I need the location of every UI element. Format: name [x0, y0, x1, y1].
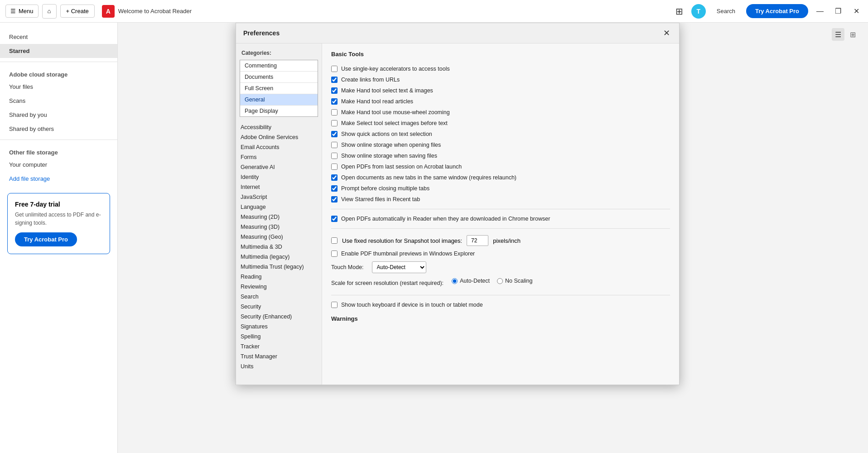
- create-button[interactable]: + Create: [60, 5, 95, 18]
- checkbox-snapshot-resolution[interactable]: [331, 237, 338, 244]
- label-prompt-close-tabs: Prompt before closing multiple tabs: [341, 185, 429, 192]
- checkbox-open-last-session[interactable]: [331, 164, 338, 170]
- separator-1: [331, 209, 670, 209]
- checkbox-prompt-close-tabs[interactable]: [331, 185, 338, 192]
- category-multimedia-3d[interactable]: Multimedia & 3D: [236, 242, 322, 252]
- category-documents[interactable]: Documents: [240, 72, 318, 83]
- dialog-close-button[interactable]: ✕: [661, 28, 672, 39]
- dialog-titlebar: Preferences ✕: [236, 23, 679, 43]
- sidebar-item-your-computer[interactable]: Your computer: [0, 158, 117, 172]
- category-accessibility[interactable]: Accessibility: [236, 122, 322, 132]
- checkbox-single-key[interactable]: [331, 66, 338, 72]
- checkbox-thumbnail-previews[interactable]: [331, 251, 338, 257]
- trial-card-button[interactable]: Try Acrobat Pro: [15, 232, 77, 246]
- checkbox-hand-tool-zoom[interactable]: [331, 109, 338, 116]
- home-icon: ⌂: [48, 8, 51, 14]
- radio-no-scaling-input[interactable]: [497, 278, 503, 284]
- sidebar-item-scans[interactable]: Scans: [0, 94, 117, 108]
- list-view-button[interactable]: ☰: [832, 28, 844, 41]
- warnings-label: Warnings: [331, 315, 670, 322]
- sidebar-item-shared-by-you[interactable]: Shared by you: [0, 108, 117, 122]
- label-hand-tool-articles: Make Hand tool read articles: [341, 98, 413, 105]
- category-measuring-3d[interactable]: Measuring (3D): [236, 222, 322, 232]
- category-spelling[interactable]: Spelling: [236, 332, 322, 342]
- app-window: ☰ Menu ⌂ + Create A Welcome to Acrobat R…: [0, 0, 868, 453]
- setting-row-5: Make Hand tool use mouse-wheel zooming: [331, 109, 670, 116]
- category-page-display[interactable]: Page Display: [240, 106, 318, 116]
- category-full-screen[interactable]: Full Screen: [240, 83, 318, 94]
- category-email-accounts[interactable]: Email Accounts: [236, 142, 322, 152]
- category-reviewing[interactable]: Reviewing: [236, 282, 322, 292]
- app-switcher-button[interactable]: ⊞: [673, 5, 686, 18]
- category-reading[interactable]: Reading: [236, 272, 322, 282]
- dialog-body: Categories: Commenting Documents Full Sc…: [236, 43, 679, 385]
- snapshot-resolution-input[interactable]: [467, 235, 488, 246]
- sidebar-item-starred[interactable]: Starred: [0, 44, 117, 58]
- checkbox-online-storage-save[interactable]: [331, 153, 338, 159]
- maximize-button[interactable]: ❐: [832, 5, 844, 18]
- category-measuring-geo[interactable]: Measuring (Geo): [236, 232, 322, 242]
- category-trust-manager[interactable]: Trust Manager: [236, 352, 322, 361]
- radio-no-scaling: No Scaling: [497, 278, 532, 284]
- grid-view-button[interactable]: ⊞: [846, 28, 859, 41]
- category-tracker[interactable]: Tracker: [236, 342, 322, 352]
- home-button[interactable]: ⌂: [42, 4, 57, 19]
- category-commenting[interactable]: Commenting: [240, 60, 318, 72]
- touch-mode-select[interactable]: Auto-Detect Enable Disable: [372, 261, 426, 273]
- category-security[interactable]: Security: [236, 302, 322, 312]
- avatar[interactable]: T: [691, 4, 706, 19]
- add-file-storage-link[interactable]: Add file storage: [0, 172, 117, 186]
- checkbox-online-storage-open[interactable]: [331, 142, 338, 148]
- main-area: Recent Starred Adobe cloud storage Your …: [0, 23, 868, 453]
- category-multimedia-trust[interactable]: Multimedia Trust (legacy): [236, 262, 322, 272]
- radio-auto-detect: Auto-Detect: [452, 278, 490, 284]
- sidebar-item-shared-by-others[interactable]: Shared by others: [0, 122, 117, 136]
- checkbox-hand-tool-articles[interactable]: [331, 98, 338, 105]
- checkbox-create-links[interactable]: [331, 77, 338, 83]
- grid-icon: ⊞: [850, 30, 856, 39]
- category-units[interactable]: Units: [236, 361, 322, 371]
- checkbox-view-starred[interactable]: [331, 196, 338, 202]
- try-acrobat-pro-button[interactable]: Try Acrobat Pro: [746, 4, 808, 18]
- setting-row-6: Make Select tool select images before te…: [331, 120, 670, 126]
- checkbox-hand-tool-text[interactable]: [331, 87, 338, 94]
- search-button[interactable]: Search: [711, 5, 741, 17]
- setting-row-4: Make Hand tool read articles: [331, 98, 670, 105]
- label-quick-actions: Show quick actions on text selection: [341, 131, 432, 137]
- sidebar-item-recent[interactable]: Recent: [0, 30, 117, 44]
- category-multimedia-legacy[interactable]: Multimedia (legacy): [236, 252, 322, 262]
- label-create-links: Create links from URLs: [341, 77, 400, 83]
- checkbox-chrome-open[interactable]: [331, 216, 338, 222]
- radio-auto-detect-input[interactable]: [452, 278, 458, 284]
- category-language[interactable]: Language: [236, 202, 322, 212]
- divider-1: [0, 62, 117, 62]
- category-forms[interactable]: Forms: [236, 152, 322, 162]
- label-online-storage-open: Show online storage when opening files: [341, 142, 441, 148]
- app-logo: A: [102, 5, 115, 18]
- category-security-enhanced[interactable]: Security (Enhanced): [236, 312, 322, 322]
- setting-row-thumbnail: Enable PDF thumbnail previews in Windows…: [331, 251, 670, 257]
- checkbox-new-tabs[interactable]: [331, 174, 338, 181]
- menu-label: Menu: [19, 8, 34, 14]
- checkbox-select-images[interactable]: [331, 120, 338, 126]
- category-general[interactable]: General: [240, 94, 318, 106]
- app-close-button[interactable]: ✕: [850, 5, 863, 18]
- checkbox-touch-keyboard[interactable]: [331, 302, 338, 308]
- category-measuring-2d[interactable]: Measuring (2D): [236, 212, 322, 222]
- adobe-cloud-header: Adobe cloud storage: [0, 66, 117, 80]
- preferences-dialog: Preferences ✕ Categories: Commenting Doc…: [236, 23, 680, 385]
- minimize-button[interactable]: —: [814, 5, 826, 18]
- category-separator: [236, 119, 322, 122]
- radio-auto-detect-label: Auto-Detect: [460, 278, 490, 284]
- category-identity[interactable]: Identity: [236, 172, 322, 182]
- checkbox-quick-actions[interactable]: [331, 131, 338, 137]
- category-search[interactable]: Search: [236, 292, 322, 302]
- category-javascript[interactable]: JavaScript: [236, 192, 322, 202]
- radio-no-scaling-label: No Scaling: [505, 278, 532, 284]
- category-generative-ai[interactable]: Generative AI: [236, 162, 322, 172]
- menu-button[interactable]: ☰ Menu: [5, 5, 39, 18]
- category-adobe-online[interactable]: Adobe Online Services: [236, 132, 322, 142]
- category-internet[interactable]: Internet: [236, 182, 322, 192]
- category-signatures[interactable]: Signatures: [236, 322, 322, 332]
- sidebar-item-your-files[interactable]: Your files: [0, 80, 117, 94]
